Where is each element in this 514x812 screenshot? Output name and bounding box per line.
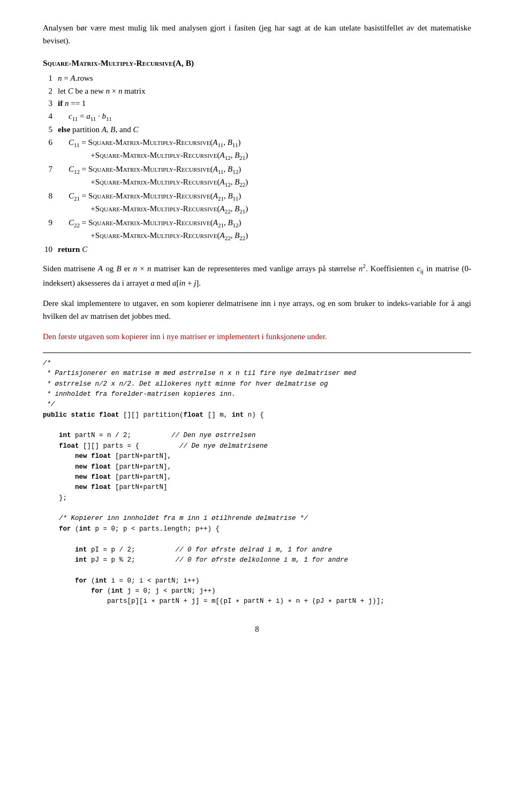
line-content-4: c11 = a11 · b11 bbox=[58, 110, 471, 124]
algo-line-5: 5 else partition A, B, and C bbox=[43, 124, 471, 136]
algo-line-3: 3 if n == 1 bbox=[43, 97, 471, 110]
algo-line-8: 8 C21 = Square-Matrix-Multiply-Recursive… bbox=[43, 190, 471, 216]
algo-line-1: 1 n = A.rows bbox=[43, 72, 471, 85]
algo-line-7: 7 C12 = Square-Matrix-Multiply-Recursive… bbox=[43, 163, 471, 189]
line-num-10: 10 bbox=[43, 243, 58, 256]
algo-line-9: 9 C22 = Square-Matrix-Multiply-Recursive… bbox=[43, 217, 471, 243]
algo-line-6: 6 C11 = Square-Matrix-Multiply-Recursive… bbox=[43, 136, 471, 163]
intro-paragraph: Analysen bør være mest mulig lik med ana… bbox=[43, 21, 471, 47]
line-num-8: 8 bbox=[43, 190, 58, 216]
line-content-1: n = A.rows bbox=[58, 72, 471, 85]
section-divider bbox=[43, 353, 471, 353]
line-content-5: else partition A, B, and C bbox=[58, 124, 471, 136]
algorithm-title: Square-Matrix-Multiply-Recursive(A, B) bbox=[43, 57, 471, 69]
algo-line-10: 10 return C bbox=[43, 243, 471, 256]
line-num-5: 5 bbox=[43, 124, 58, 136]
line-num-7: 7 bbox=[43, 163, 58, 189]
line-num-1: 1 bbox=[43, 72, 58, 85]
line-num-3: 3 bbox=[43, 97, 58, 110]
line-num-2: 2 bbox=[43, 85, 58, 97]
algo-title-name: Square-Matrix-Multiply-Recursive bbox=[43, 58, 173, 67]
algo-line-2: 2 let C be a new n × n matrix bbox=[43, 85, 471, 97]
line-num-6: 6 bbox=[43, 136, 58, 163]
line-content-9: C22 = Square-Matrix-Multiply-Recursive(A… bbox=[58, 217, 471, 243]
line-content-6: C11 = Square-Matrix-Multiply-Recursive(A… bbox=[58, 136, 471, 163]
paragraph-3-red: Den første utgaven som kopierer inn i ny… bbox=[43, 330, 471, 343]
code-block: /* * Partisjonerer en matrise m med østr… bbox=[43, 358, 471, 607]
line-content-8: C21 = Square-Matrix-Multiply-Recursive(A… bbox=[58, 190, 471, 216]
line-content-10: return C bbox=[58, 243, 471, 256]
paragraph-2: Dere skal implementere to utgaver, en so… bbox=[43, 297, 471, 323]
page-number: 8 bbox=[43, 623, 471, 635]
algo-params: (A, B) bbox=[173, 58, 194, 67]
line-num-4: 4 bbox=[43, 110, 58, 124]
line-content-7: C12 = Square-Matrix-Multiply-Recursive(A… bbox=[58, 163, 471, 189]
paragraph-1: Siden matrisene A og B er n × n matriser… bbox=[43, 262, 471, 289]
line-content-2: let C be a new n × n matrix bbox=[58, 85, 471, 97]
algorithm-block: 1 n = A.rows 2 let C be a new n × n matr… bbox=[43, 72, 471, 255]
algo-line-4: 4 c11 = a11 · b11 bbox=[43, 110, 471, 124]
line-num-9: 9 bbox=[43, 217, 58, 243]
line-content-3: if n == 1 bbox=[58, 97, 471, 110]
